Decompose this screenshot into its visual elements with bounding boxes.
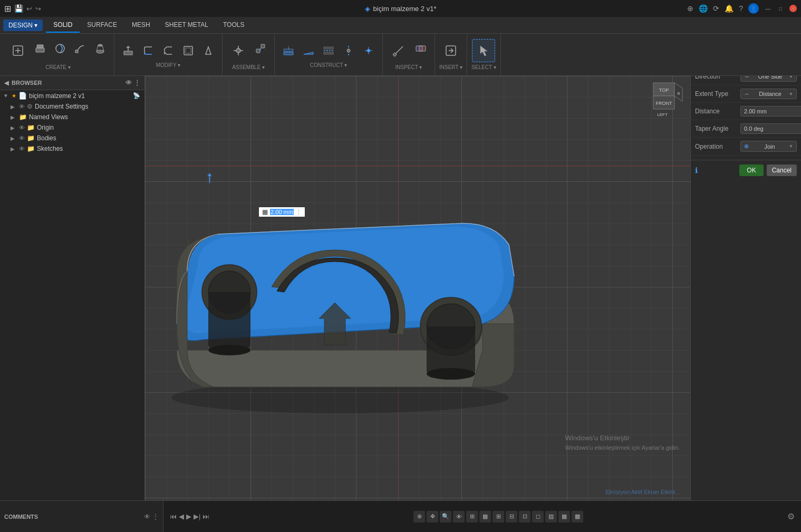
distance-input[interactable] <box>740 106 801 117</box>
browser-bodies[interactable]: ▶ 👁 📁 Bodies <box>0 133 144 143</box>
close-button[interactable]: × <box>789 5 797 12</box>
cancel-button[interactable]: Cancel <box>767 165 797 176</box>
snap-grid2[interactable]: ▦ <box>479 511 491 523</box>
modify-label[interactable]: MODIFY ▾ <box>156 62 180 68</box>
add-tab-icon[interactable]: ⊕ <box>687 4 693 13</box>
sketches-expand-icon[interactable]: ▶ <box>11 146 17 152</box>
redo-icon[interactable]: ↪ <box>35 5 41 13</box>
select-label[interactable]: SELECT ▾ <box>471 64 496 70</box>
design-mode-button[interactable]: DESIGN ▾ <box>3 20 43 31</box>
snap-s7[interactable]: ▩ <box>572 511 583 523</box>
undo-icon[interactable]: ↩ <box>26 5 32 13</box>
insert-derive-button[interactable] <box>439 39 462 62</box>
tab-tools[interactable]: TOOLS <box>216 18 252 33</box>
globe-icon[interactable]: 🌐 <box>699 4 708 13</box>
browser-options-icon[interactable]: ⋮ <box>134 79 140 86</box>
user-avatar[interactable]: 👤 <box>748 3 759 14</box>
nav-last-icon[interactable]: ⏭ <box>202 512 209 520</box>
assemble-label[interactable]: ASSEMBLE ▾ <box>232 64 265 70</box>
loft-button[interactable] <box>91 39 110 58</box>
update-icon[interactable]: ⟳ <box>713 4 719 13</box>
plane-at-angle-button[interactable] <box>299 41 318 60</box>
docsettings-expand-icon[interactable]: ▶ <box>11 104 17 110</box>
snap-s1[interactable]: ⊞ <box>493 511 504 523</box>
select-button[interactable] <box>472 39 495 62</box>
origin-eye-icon[interactable]: 👁 <box>19 124 25 131</box>
nav-first-icon[interactable]: ⏮ <box>170 512 177 520</box>
extrude-button[interactable] <box>31 39 50 58</box>
shell-button[interactable] <box>179 41 198 60</box>
namedviews-expand-icon[interactable]: ▶ <box>11 114 17 120</box>
bodies-expand-icon[interactable]: ▶ <box>11 136 17 141</box>
revolve-button[interactable] <box>51 39 70 58</box>
insert-label[interactable]: INSERT ▾ <box>439 64 462 70</box>
help-icon[interactable]: ? <box>739 4 743 13</box>
snap-pan[interactable]: ✥ <box>427 511 438 523</box>
chamfer-button[interactable] <box>159 41 178 60</box>
browser-doc-settings[interactable]: ▶ 👁 ⚙ Document Settings <box>0 101 144 112</box>
construct-label[interactable]: CONSTRUCT ▾ <box>310 62 347 68</box>
sweep-button[interactable] <box>71 39 90 58</box>
snap-orbit[interactable]: ⊕ <box>413 511 425 523</box>
root-broadcast-icon[interactable]: 📡 <box>133 92 140 99</box>
nav-play-icon[interactable]: ▶ <box>186 512 191 520</box>
snap-s2[interactable]: ⊟ <box>506 511 517 523</box>
tab-sheetmetal[interactable]: SHEET METAL <box>158 18 216 33</box>
point-button[interactable] <box>359 41 378 60</box>
browser-origin[interactable]: ▶ 👁 📁 Origin <box>0 122 144 133</box>
new-component-button[interactable] <box>6 39 30 62</box>
midplane-button[interactable] <box>319 41 338 60</box>
docsettings-eye-icon[interactable]: 👁 <box>19 103 25 110</box>
operation-dropdown[interactable]: ⊕ Join ▼ <box>740 141 797 152</box>
sketches-eye-icon[interactable]: 👁 <box>19 146 25 152</box>
snap-s6[interactable]: ▦ <box>558 511 570 523</box>
tab-mesh[interactable]: MESH <box>124 18 158 33</box>
offset-plane-button[interactable] <box>279 41 298 60</box>
browser-root-item[interactable]: ▼ ★ 📄 biçim malzeme 2 v1 📡 <box>0 90 144 101</box>
snap-s3[interactable]: ⊡ <box>519 511 530 523</box>
comments-expand-icon[interactable]: ⋮ <box>152 513 159 520</box>
snap-look[interactable]: 👁 <box>453 511 465 523</box>
dimension-input[interactable] <box>270 209 294 215</box>
snap-s4[interactable]: ◻ <box>532 511 544 523</box>
gear-settings-icon[interactable]: ⚙ <box>787 511 795 521</box>
press-pull-button[interactable] <box>119 41 138 60</box>
axis-button[interactable] <box>339 41 358 60</box>
app-menu-icon[interactable]: ⊞ <box>4 4 11 14</box>
browser-named-views[interactable]: ▶ 📁 Named Views <box>0 112 144 122</box>
minimize-button[interactable]: — <box>764 5 771 12</box>
measure-button[interactable] <box>387 39 410 62</box>
maximize-button[interactable]: □ <box>777 5 784 12</box>
nav-prev-icon[interactable]: ◀ <box>179 512 184 520</box>
browser-sketches[interactable]: ▶ 👁 📁 Sketches <box>0 143 144 154</box>
inspect-label[interactable]: INSPECT ▾ <box>395 64 422 70</box>
bodies-eye-icon[interactable]: 👁 <box>19 135 25 141</box>
extent-type-dropdown[interactable]: ↔ Distance ▼ <box>740 89 797 99</box>
taper-angle-input[interactable] <box>740 123 801 134</box>
browser-collapse-icon[interactable]: ◀ <box>4 80 8 86</box>
draft-button[interactable] <box>199 41 218 60</box>
ok-button[interactable]: OK <box>739 165 763 176</box>
joint-button[interactable] <box>227 39 250 62</box>
tab-solid[interactable]: SOLID <box>46 18 80 33</box>
dimension-label[interactable]: ▦ ⋮ <box>258 207 305 217</box>
interference-button[interactable] <box>411 39 430 58</box>
root-expand-icon[interactable]: ▼ <box>3 93 9 99</box>
bell-icon[interactable]: 🔔 <box>725 4 734 13</box>
comments-eye-icon[interactable]: 👁 <box>144 513 150 520</box>
3d-model[interactable] <box>145 118 541 434</box>
as-built-joint-button[interactable] <box>251 39 270 58</box>
view-cube[interactable]: TOP FRONT R LEFT <box>643 80 685 122</box>
origin-expand-icon[interactable]: ▶ <box>11 125 17 131</box>
browser-eye-icon[interactable]: 👁 <box>126 79 132 86</box>
create-label[interactable]: CREATE ▾ <box>45 64 71 70</box>
nav-next-icon[interactable]: ▶| <box>194 512 200 520</box>
tab-surface[interactable]: SURFACE <box>80 18 124 33</box>
snap-grid1[interactable]: ⊞ <box>466 511 478 523</box>
info-icon[interactable]: ℹ <box>695 166 698 175</box>
fillet-button[interactable] <box>139 41 158 60</box>
dimension-menu-icon[interactable]: ⋮ <box>296 209 302 216</box>
save-icon[interactable]: 💾 <box>14 4 23 13</box>
snap-zoom[interactable]: 🔍 <box>440 511 451 523</box>
snap-s5[interactable]: ▨ <box>545 511 557 523</box>
